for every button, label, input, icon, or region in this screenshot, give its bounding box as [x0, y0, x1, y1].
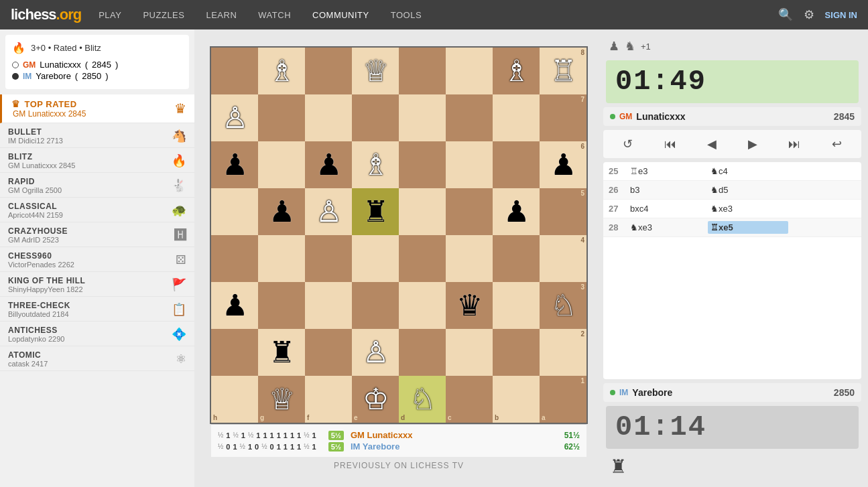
cell-a8[interactable]: 8♖	[540, 48, 586, 94]
cell-b4[interactable]	[493, 235, 540, 282]
nav-puzzles[interactable]: PUZZLES	[139, 7, 188, 23]
cell-h2[interactable]	[211, 329, 258, 376]
cell-f7[interactable]	[305, 94, 352, 141]
cell-e2[interactable]: ♙	[352, 329, 399, 376]
cell-a5[interactable]: 5	[540, 188, 586, 235]
cell-g1[interactable]: g♕	[258, 376, 305, 423]
category-row-chess960[interactable]: CHESS960 VictorPenades 2262 ⚄	[0, 247, 194, 272]
cell-a2[interactable]: 2	[540, 329, 586, 376]
main-layout: 🔥 3+0 • Rated • Blitz GM Lunaticxxx (284…	[0, 29, 868, 487]
nav-tools[interactable]: TOOLS	[387, 7, 426, 23]
nav-watch[interactable]: WATCH	[254, 7, 295, 23]
ctrl-next[interactable]: ▶	[743, 134, 763, 154]
cell-f6[interactable]: ♟	[305, 141, 352, 188]
ctrl-last[interactable]: ⏭	[783, 135, 806, 154]
category-row-rapid[interactable]: RAPID GM Ogrilla 2500 🐇	[0, 173, 194, 198]
cell-e7[interactable]	[352, 94, 399, 141]
cell-d1[interactable]: d♘	[399, 376, 446, 423]
cell-b8[interactable]: ♗	[493, 48, 540, 94]
cell-d2[interactable]	[399, 329, 446, 376]
cell-c3[interactable]: ♛	[446, 282, 493, 329]
cell-e1[interactable]: e♔	[352, 376, 399, 423]
ctrl-undo[interactable]: ↩	[826, 134, 847, 154]
cell-a4[interactable]: 4	[540, 235, 586, 282]
cell-d8[interactable]	[399, 48, 446, 94]
category-row-bullet[interactable]: BULLET IM Didici12 2713 🐴	[0, 123, 194, 148]
cell-f8[interactable]	[305, 48, 352, 94]
cell-d4[interactable]	[399, 235, 446, 282]
cell-f1[interactable]: f	[305, 376, 352, 423]
category-row-crazyhouse[interactable]: CRAZYHOUSE GM AdrID 2523 🅷	[0, 222, 194, 247]
cell-c5[interactable]	[446, 188, 493, 235]
cell-b7[interactable]	[493, 94, 540, 141]
cell-a6[interactable]: 6♟	[540, 141, 586, 188]
cell-b5[interactable]: ♟	[493, 188, 540, 235]
cell-c8[interactable]	[446, 48, 493, 94]
cell-b3[interactable]	[493, 282, 540, 329]
category-row-classical[interactable]: CLASSICAL Apricot44N 2159 🐢	[0, 198, 194, 222]
cell-b2[interactable]	[493, 329, 540, 376]
cell-h5[interactable]	[211, 188, 258, 235]
cell-d3[interactable]	[399, 282, 446, 329]
search-icon[interactable]: 🔍	[778, 7, 793, 22]
white-circle-icon	[12, 62, 19, 68]
chess-board[interactable]: ♗♕♗8♖♙7♟♟♗6♟♟♙♜♟54♟♛3♘♜♙2hg♕fe♔d♘cb1a	[210, 46, 588, 424]
cell-h4[interactable]	[211, 235, 258, 282]
settings-icon[interactable]: ⚙	[804, 7, 814, 22]
cell-d6[interactable]	[399, 141, 446, 188]
cell-c4[interactable]	[446, 235, 493, 282]
cell-h1[interactable]: h	[211, 376, 258, 423]
score-bottom-player: IM Yarebore	[351, 441, 399, 451]
player-info-top: GM Lunaticxxx 2845	[603, 107, 861, 126]
cell-g2[interactable]: ♜	[258, 329, 305, 376]
cell-e3[interactable]	[352, 282, 399, 329]
nav-learn[interactable]: LEARN	[202, 7, 241, 23]
score-row-top: ½ 1 ½ 1 ½ 1 1 1 1 1 1 1 ½ 1 5½ GM Lunati…	[218, 430, 580, 440]
cell-f3[interactable]	[305, 282, 352, 329]
cell-e5[interactable]: ♜	[352, 188, 399, 235]
ctrl-first[interactable]: ⏮	[659, 135, 682, 154]
cell-e8[interactable]: ♕	[352, 48, 399, 94]
cell-d7[interactable]	[399, 94, 446, 141]
cell-g3[interactable]	[258, 282, 305, 329]
cell-h8[interactable]	[211, 48, 258, 94]
logo[interactable]: lichess.org	[11, 6, 81, 23]
cell-c2[interactable]	[446, 329, 493, 376]
cell-g6[interactable]	[258, 141, 305, 188]
cell-b6[interactable]	[493, 141, 540, 188]
cell-c1[interactable]: c	[446, 376, 493, 423]
cell-g8[interactable]: ♗	[258, 48, 305, 94]
cell-e6[interactable]: ♗	[352, 141, 399, 188]
category-row-three-check[interactable]: THREE-CHECK Billyoutdated 2184 📋	[0, 297, 194, 322]
cell-a3[interactable]: 3♘	[540, 282, 586, 329]
cell-a7[interactable]: 7	[540, 94, 586, 141]
cell-f4[interactable]	[305, 235, 352, 282]
cell-d5[interactable]	[399, 188, 446, 235]
category-row-king-of-the-hill[interactable]: KING OF THE HILL ShinyHappyYeen 1822 🚩	[0, 272, 194, 297]
cell-h7[interactable]: ♙	[211, 94, 258, 141]
cell-f5[interactable]: ♙	[305, 188, 352, 235]
ctrl-prev[interactable]: ◀	[702, 134, 722, 154]
cell-c7[interactable]	[446, 94, 493, 141]
cell-b1[interactable]: b	[493, 376, 540, 423]
nav-community[interactable]: COMMUNITY	[308, 7, 373, 23]
cell-f2[interactable]	[305, 329, 352, 376]
category-row-antichess[interactable]: ANTICHESS Lopdatynko 2290 💠	[0, 322, 194, 346]
spectator-count: +1	[641, 42, 651, 52]
cell-g7[interactable]	[258, 94, 305, 141]
nav-play[interactable]: PLAY	[95, 7, 125, 23]
cell-c6[interactable]	[446, 141, 493, 188]
cell-g4[interactable]	[258, 235, 305, 282]
sidebar: 🔥 3+0 • Rated • Blitz GM Lunaticxxx (284…	[0, 29, 194, 487]
cell-h6[interactable]: ♟	[211, 141, 258, 188]
category-row-atomic[interactable]: ATOMIC catask 2417 ⚛	[0, 346, 194, 371]
top-rated-row[interactable]: ♛ TOP RATED GM Lunaticxxx 2845 ♛	[0, 94, 194, 123]
cell-e4[interactable]	[352, 235, 399, 282]
cell-h3[interactable]: ♟	[211, 282, 258, 329]
category-row-blitz[interactable]: BLITZ GM Lunaticxxx 2845 🔥	[0, 148, 194, 173]
cell-g5[interactable]: ♟	[258, 188, 305, 235]
cell-a1[interactable]: 1a	[540, 376, 586, 423]
ctrl-flip[interactable]: ↺	[617, 134, 638, 154]
sign-in-link[interactable]: SIGN IN	[825, 10, 857, 20]
player-top-name: Lunaticxxx	[636, 111, 685, 122]
